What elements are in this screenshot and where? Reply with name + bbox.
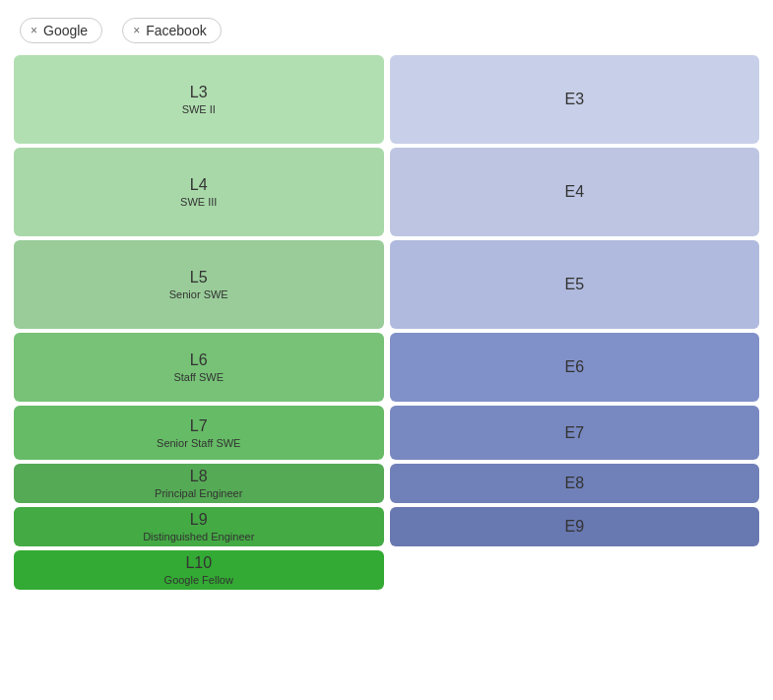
level-name: SWE III: [180, 196, 217, 208]
list-item: L9 Distinguished Engineer: [14, 507, 384, 546]
facebook-column: E3 E4 E5 E6 E7 E8 E9: [390, 55, 760, 590]
facebook-close-icon[interactable]: ×: [133, 24, 140, 37]
level-code: E7: [564, 424, 584, 442]
level-name: Distinguished Engineer: [143, 531, 254, 542]
level-code: E3: [564, 91, 584, 108]
level-code: E5: [564, 276, 584, 293]
level-name: Senior Staff SWE: [157, 437, 240, 449]
level-name: Google Fellow: [164, 574, 233, 586]
google-label: Google: [43, 23, 88, 38]
list-item: L3 SWE II: [14, 55, 384, 144]
header: × Google × Facebook: [10, 10, 763, 55]
level-code: L6: [190, 351, 208, 369]
level-code: L10: [185, 554, 212, 572]
level-name: Principal Engineer: [155, 487, 242, 499]
comparison-grid: L3 SWE II L4 SWE III L5 Senior SWE L6 St…: [10, 55, 763, 590]
facebook-label: Facebook: [146, 23, 206, 38]
level-code: E4: [564, 183, 584, 201]
level-code: L3: [190, 84, 208, 101]
list-item: L6 Staff SWE: [14, 333, 384, 402]
list-item: L5 Senior SWE: [14, 240, 384, 329]
facebook-tag: × Facebook: [122, 18, 222, 43]
list-item: L8 Principal Engineer: [14, 464, 384, 503]
list-item: E7: [390, 406, 760, 460]
list-item: L10 Google Fellow: [14, 550, 384, 590]
google-column: L3 SWE II L4 SWE III L5 Senior SWE L6 St…: [14, 55, 384, 590]
list-item: L4 SWE III: [14, 148, 384, 236]
level-code: L8: [190, 468, 208, 485]
level-code: L9: [190, 511, 208, 529]
level-code: E8: [564, 475, 584, 492]
level-name: Senior SWE: [169, 288, 228, 300]
level-code: E6: [564, 358, 584, 376]
level-code: L4: [190, 176, 208, 194]
list-item: E9: [390, 507, 760, 546]
list-item: L7 Senior Staff SWE: [14, 406, 384, 460]
google-tag: × Google: [20, 18, 102, 43]
list-item: E8: [390, 464, 760, 503]
list-item: E4: [390, 148, 760, 236]
list-item: E5: [390, 240, 760, 329]
level-code: L7: [190, 417, 208, 435]
level-name: SWE II: [182, 103, 216, 115]
list-item: E3: [390, 55, 760, 144]
list-item: E6: [390, 333, 760, 402]
level-name: Staff SWE: [173, 371, 224, 383]
level-code: E9: [564, 518, 584, 536]
level-code: L5: [190, 269, 208, 286]
google-close-icon[interactable]: ×: [31, 24, 37, 37]
